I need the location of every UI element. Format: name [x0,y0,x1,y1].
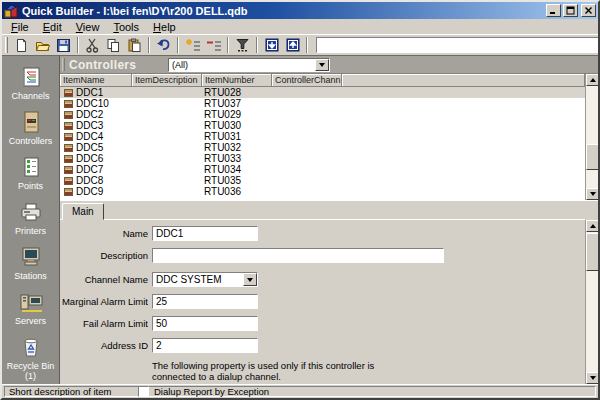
points-icon [18,156,44,178]
arrow-up-icon [590,224,596,228]
sidebar-item-channels[interactable]: Channels [2,66,59,111]
address-id-field[interactable] [152,338,258,353]
add-item-button[interactable] [182,36,203,54]
scroll-up-button[interactable] [586,220,599,232]
table-row[interactable]: DDC9 RTU036 [60,186,585,197]
sidebar-item-label: Points [18,181,43,191]
new-button[interactable] [11,36,32,54]
name-field[interactable] [152,226,258,241]
sidebar-item-label: Controllers [9,136,53,146]
upload-button[interactable] [282,36,303,54]
item-number: RTU037 [202,98,272,109]
item-filter-combobox[interactable]: (All) [168,58,330,72]
table-scrollbar[interactable] [585,74,598,200]
panel-grip [62,58,65,71]
toolbar-grip [5,37,8,53]
scroll-down-button[interactable] [586,188,599,200]
menu-edit[interactable]: Edit [36,21,69,33]
remove-item-button[interactable] [203,36,224,54]
table-row[interactable]: DDC3 RTU030 [60,120,585,131]
undo-button[interactable] [153,36,174,54]
menu-tools[interactable]: Tools [106,21,146,33]
sidebar-item-stations[interactable]: Stations [2,246,59,291]
download-button[interactable] [261,36,282,54]
table-row[interactable]: DDC1 RTU028 [60,87,585,98]
tab-main[interactable]: Main [62,203,104,220]
dialup-report-checkbox-row: Dialup Report by Exception [138,386,269,397]
marginal-alarm-limit-field[interactable] [152,294,258,309]
window-title: Quick Builder - I:\bei fen\DY\r200 DELL.… [20,5,544,17]
menu-view[interactable]: View [69,21,107,33]
item-number: RTU032 [202,142,272,153]
undo-icon [156,38,172,52]
stations-icon [18,246,44,268]
toolbar-separator [256,37,258,53]
channel-name-combobox[interactable]: DDC SYSTEM [152,272,258,287]
property-form: Main Name Description Channel Name DDC S… [60,203,598,384]
minimize-button[interactable] [546,4,561,17]
dialup-report-checkbox[interactable] [138,386,149,397]
menu-help[interactable]: Help [146,21,183,33]
chevron-down-icon [247,278,253,282]
table-row[interactable]: DDC10 RTU037 [60,98,585,109]
scrollbar-thumb[interactable] [586,144,599,170]
channel-name-label: Channel Name [60,272,148,287]
controller-item-icon [64,111,73,119]
item-name: DDC10 [76,98,109,109]
fail-alarm-limit-field[interactable] [152,316,258,331]
filter-button[interactable] [232,36,253,54]
sidebar-item-label: Servers [15,316,46,326]
column-header-controllerchannel[interactable]: ControllerChann... [272,74,342,87]
maximize-icon [566,6,575,15]
controller-item-icon [64,155,73,163]
tab-page-edge [60,219,585,220]
table-row[interactable]: DDC6 RTU033 [60,153,585,164]
paste-icon [127,38,142,53]
paste-button[interactable] [124,36,145,54]
table-row[interactable]: DDC4 RTU031 [60,131,585,142]
arrow-up-icon [590,78,596,82]
cut-button[interactable] [82,36,103,54]
column-header-itemname[interactable]: ItemName [60,74,132,87]
toolbar-separator [148,37,150,53]
title-bar: Quick Builder - I:\bei fen\DY\r200 DELL.… [2,2,598,19]
scroll-up-button[interactable] [586,74,599,86]
sidebar-item-controllers[interactable]: Controllers [2,111,59,156]
table-row[interactable]: DDC8 RTU035 [60,175,585,186]
description-field[interactable] [152,248,444,263]
copy-button[interactable] [103,36,124,54]
copy-icon [106,38,121,53]
description-label: Description [60,248,148,263]
item-number: RTU035 [202,175,272,186]
menu-file[interactable]: File [4,21,36,33]
table-row[interactable]: DDC7 RTU034 [60,164,585,175]
channel-dropdown-button[interactable] [243,273,257,286]
close-button[interactable] [581,4,596,17]
panel-header: Controllers (All) [60,56,598,73]
filter-dropdown-button[interactable] [315,59,329,71]
arrow-down-icon [590,192,596,196]
open-button[interactable] [32,36,53,54]
toolbar-combo-input[interactable] [317,38,600,52]
marginal-alarm-limit-label: Marginal Alarm Limit [60,294,148,309]
save-button[interactable] [53,36,74,54]
sidebar-item-printers[interactable]: Printers [2,201,59,246]
sidebar: Channels Controllers Points [2,55,60,384]
column-header-itemdescription[interactable]: ItemDescription [132,74,202,87]
maximize-button[interactable] [563,4,578,17]
scroll-down-button[interactable] [586,372,599,384]
remove-item-icon [206,38,222,52]
dialup-report-checkbox-label: Dialup Report by Exception [154,386,269,397]
scrollbar-thumb[interactable] [586,233,599,271]
item-name: DDC5 [76,142,103,153]
table-row[interactable]: DDC2 RTU029 [60,109,585,120]
form-scrollbar[interactable] [585,220,598,384]
controller-item-icon [64,188,73,196]
toolbar-combobox[interactable] [316,37,600,53]
sidebar-item-points[interactable]: Points [2,156,59,201]
dialup-note-line1: The following property is used only if t… [152,360,442,371]
controller-item-icon [64,89,73,97]
column-header-itemnumber[interactable]: ItemNumber [202,74,272,87]
sidebar-item-servers[interactable]: Servers [2,291,59,336]
table-row[interactable]: DDC5 RTU032 [60,142,585,153]
